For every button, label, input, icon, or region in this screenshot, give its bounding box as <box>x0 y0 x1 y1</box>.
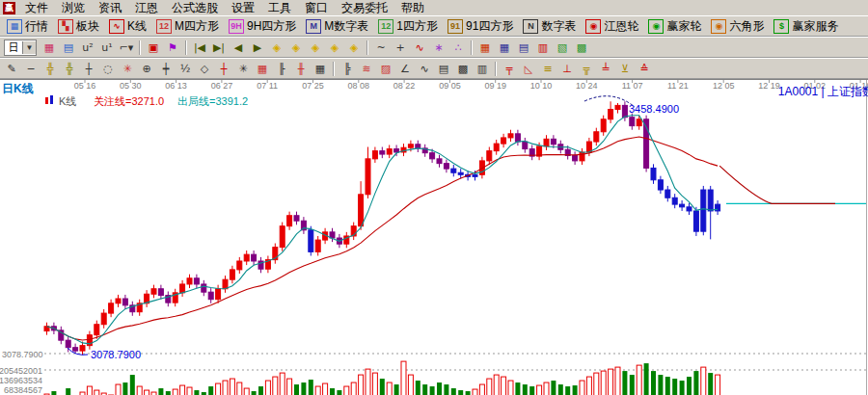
volume-bar <box>173 389 177 395</box>
menu-item-5[interactable]: 公式选股 <box>165 0 225 17</box>
crosshair-icon[interactable]: + <box>391 40 410 56</box>
menu-item-8[interactable]: 窗口 <box>298 0 335 17</box>
nav-next-icon[interactable]: ▶ <box>248 40 267 56</box>
cycle-grid-icon[interactable]: ╫ <box>291 61 311 77</box>
regression-icon[interactable]: ╧ <box>596 61 615 77</box>
nav-first-icon[interactable]: |◀ <box>190 40 209 56</box>
save-icon[interactable]: ▥ <box>533 40 553 56</box>
diamond-down-icon[interactable]: ◈ <box>325 40 344 56</box>
volume-bar <box>380 379 385 395</box>
calculator-icon[interactable]: ▦ <box>495 40 514 56</box>
cross-line-icon[interactable]: ┼ <box>79 61 98 77</box>
cloud-icon[interactable]: ∴ <box>448 40 468 56</box>
zigzag-icon[interactable]: ∿ <box>410 40 429 56</box>
wave-icon[interactable]: ~ <box>371 40 391 56</box>
period-select[interactable]: 日 ▼ <box>4 40 37 56</box>
volume-bar <box>158 388 163 395</box>
angle-tool-icon[interactable]: ∠ <box>395 61 415 77</box>
candle-body <box>66 340 70 348</box>
price-axis-low-label: 3078.7900 <box>2 350 43 359</box>
chart-panel-icon[interactable]: ▤ <box>434 61 453 77</box>
spray-icon[interactable]: ≋ <box>357 61 376 77</box>
diamond-up-icon[interactable]: ◈ <box>306 40 325 56</box>
menu-item-3[interactable]: 资讯 <box>92 0 128 17</box>
candle-body <box>416 145 420 148</box>
golden-section-icon[interactable]: ≡ <box>538 61 557 77</box>
toolbar-button-91-square[interactable]: 9191四方形 <box>443 16 518 37</box>
menu-item-1[interactable]: 文件 <box>18 0 55 17</box>
drawing-toolbar: ✎─╬╬┼◌✳⊕┿½◇┼✳▦╟╫▦╠≋▨∠∿▤▩▥╤◺≡⊥╦╧⊻≙ <box>0 58 868 79</box>
volume-bar <box>473 389 477 395</box>
adjust-half-icon[interactable]: u² <box>78 40 97 56</box>
gann-square2-icon[interactable]: ╬ <box>60 61 79 77</box>
toolbar-button-kline[interactable]: ∿K线 <box>104 16 151 37</box>
wave-tool-icon[interactable]: ∿ <box>415 61 434 77</box>
pivot-icon[interactable]: ⊻ <box>615 61 635 77</box>
trend-line-icon[interactable]: ─ <box>21 61 41 77</box>
menu-item-7[interactable]: 工具 <box>261 0 298 17</box>
red-grid-icon[interactable]: ▦ <box>253 61 272 77</box>
chevron-down-icon[interactable]: ▼ <box>22 41 36 54</box>
calendar-icon[interactable]: ▦ <box>475 40 495 56</box>
service-cart-icon[interactable]: ▩ <box>572 40 591 56</box>
bar-set-icon[interactable]: ▥ <box>473 61 492 77</box>
clipboard-icon[interactable]: ▤ <box>59 40 78 56</box>
red-cross-icon[interactable]: ┼ <box>214 61 233 77</box>
toolbar-button-sectors[interactable]: ▚板块 <box>53 16 104 37</box>
toolbar-button-winner-wheel[interactable]: ◉赢家轮 <box>643 16 706 37</box>
cycle-arc-icon[interactable]: ◌ <box>98 61 118 77</box>
frame-icon[interactable]: ▣ <box>144 40 163 56</box>
menu-item-9[interactable]: 交易委托 <box>335 0 394 17</box>
diamond-right-icon[interactable]: ◈ <box>286 40 306 56</box>
bracket-drop-icon[interactable]: ⌐▾ <box>117 40 136 56</box>
screen-grid-icon[interactable]: ▦ <box>40 40 59 56</box>
toolbar-button-winner-service[interactable]: $赢家服务 <box>769 16 843 37</box>
diamond-tool-icon[interactable]: ◇ <box>195 61 214 77</box>
toolbar-button-number-table[interactable]: N数字表 <box>518 16 581 37</box>
diamond-all-icon[interactable]: ◈ <box>344 40 364 56</box>
circle-cross-icon[interactable]: ⊕ <box>137 61 156 77</box>
gann-square-icon[interactable]: ╬ <box>41 61 60 77</box>
winner-service-icon: $ <box>773 19 789 34</box>
pencil-icon[interactable]: ✎ <box>2 61 21 77</box>
gann-angle-icon[interactable]: ◺ <box>519 61 538 77</box>
candle-body <box>573 155 578 160</box>
toolbar-button-m-square[interactable]: 12M四方形 <box>151 16 224 37</box>
flag-icon[interactable]: ⚑ <box>163 40 182 56</box>
dense-grid-icon[interactable]: ▩ <box>453 61 473 77</box>
fib-time-icon[interactable]: ╠ <box>338 61 357 77</box>
box-grid-icon[interactable]: ▦ <box>311 61 330 77</box>
grid-line-icon[interactable]: ┿ <box>156 61 176 77</box>
menu-item-2[interactable]: 浏览 <box>55 0 92 17</box>
menu-item-6[interactable]: 设置 <box>225 0 261 17</box>
speed-line-icon[interactable]: ⊥ <box>557 61 577 77</box>
notebook-icon[interactable]: ▤ <box>514 40 533 56</box>
flower-icon[interactable]: ∗ <box>429 40 448 56</box>
fan-lines-icon[interactable]: ≙ <box>635 61 654 77</box>
export-icon[interactable]: ▧ <box>553 40 572 56</box>
toolbar-button-m-number-table[interactable]: MM数字表 <box>301 16 373 37</box>
menu-item-4[interactable]: 江恩 <box>128 0 165 17</box>
toolbar-button-hexagon[interactable]: ◉六角形 <box>706 16 769 37</box>
toolbar-button-1-square[interactable]: 121四方形 <box>373 16 443 37</box>
half-ratio-icon[interactable]: ½ <box>176 61 195 77</box>
diamond-left-icon[interactable]: ◈ <box>267 40 286 56</box>
nav-last-icon[interactable]: ▶| <box>209 40 229 56</box>
gann-fan-icon[interactable]: ✳ <box>118 61 137 77</box>
nav-prev-icon[interactable]: ◀ <box>229 40 248 56</box>
mask-grid-icon[interactable]: ▨ <box>376 61 395 77</box>
mini-candle-icon <box>50 95 53 104</box>
menu-item-10[interactable]: 帮助 <box>394 0 431 17</box>
adjust-one-icon[interactable]: u¹ <box>97 40 117 56</box>
volume-bar <box>330 388 335 395</box>
kline-chart[interactable]: 05 1605 3006 1306 2707 1107 2508 0808 22… <box>0 80 868 395</box>
toolbar-button-9h-square[interactable]: 9H9H四方形 <box>224 16 301 37</box>
volume-axis-label: 68384567 <box>4 385 42 395</box>
toolbar-button-quotes[interactable]: ▦行情 <box>2 16 53 37</box>
channel-icon[interactable]: ╦ <box>577 61 596 77</box>
toolbar-button-gann-wheel[interactable]: ◉江恩轮 <box>581 16 643 37</box>
date-label: 05 16 <box>74 81 96 91</box>
level-up-icon[interactable]: ╤ <box>500 61 519 77</box>
time-ruler-icon[interactable]: ╟ <box>272 61 291 77</box>
star-cycle-icon[interactable]: ✳ <box>233 61 253 77</box>
